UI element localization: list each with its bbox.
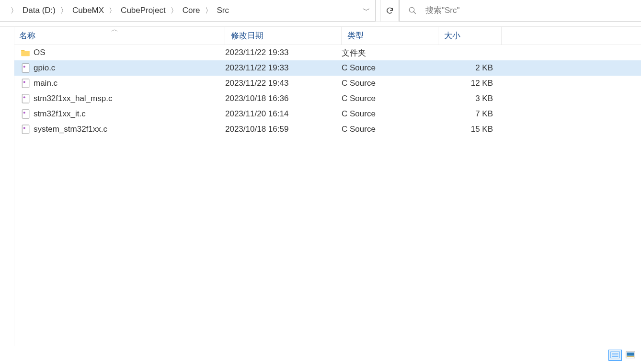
history-dropdown-button[interactable]: ﹀ xyxy=(361,6,375,16)
chevron-right-icon[interactable]: 〉 xyxy=(57,6,71,15)
file-name: stm32f1xx_it.c xyxy=(34,109,225,119)
file-date: 2023/10/18 16:59 xyxy=(225,125,342,134)
file-type: C Source xyxy=(342,79,438,88)
svg-rect-5 xyxy=(22,79,29,88)
breadcrumb-segment[interactable]: Core xyxy=(182,5,201,16)
file-name: OS xyxy=(34,48,225,57)
file-date: 2023/11/22 19:43 xyxy=(225,79,342,88)
file-name: gpio.c xyxy=(34,63,225,73)
svg-point-8 xyxy=(23,96,25,98)
file-size: 2 KB xyxy=(438,63,496,73)
file-type: C Source xyxy=(342,125,438,134)
file-rows: OS2023/11/22 19:33文件夹gpio.c2023/11/22 19… xyxy=(14,45,641,137)
search-icon xyxy=(408,6,417,15)
svg-rect-9 xyxy=(22,110,29,118)
svg-point-12 xyxy=(23,127,25,129)
column-header-type[interactable]: 类型 xyxy=(342,27,438,45)
details-view-button[interactable] xyxy=(608,350,622,361)
file-type: C Source xyxy=(342,63,438,73)
file-size: 7 KB xyxy=(438,109,496,119)
c-source-file-icon xyxy=(21,79,30,88)
file-type: C Source xyxy=(342,109,438,119)
file-date: 2023/11/20 16:14 xyxy=(225,109,342,119)
c-source-file-icon xyxy=(21,109,30,119)
address-bar[interactable]: 〉 Data (D:) 〉 CubeMX 〉 CubeProject 〉 Cor… xyxy=(0,0,376,22)
file-name: main.c xyxy=(34,79,225,88)
breadcrumb-segment[interactable]: Data (D:) xyxy=(22,5,57,16)
file-date: 2023/11/22 19:33 xyxy=(225,48,342,57)
chevron-right-icon[interactable]: 〉 xyxy=(167,6,182,15)
svg-rect-19 xyxy=(627,356,634,358)
column-header-size[interactable]: 大小 xyxy=(438,27,502,45)
file-row[interactable]: stm32f1xx_hal_msp.c2023/10/18 16:36C Sou… xyxy=(14,91,641,106)
status-bar xyxy=(0,346,641,364)
file-row[interactable]: gpio.c2023/11/22 19:33C Source2 KB xyxy=(14,60,641,76)
c-source-file-icon xyxy=(21,125,30,134)
chevron-right-icon[interactable]: 〉 xyxy=(105,6,120,15)
refresh-icon xyxy=(386,7,394,15)
breadcrumb-segment[interactable]: Src xyxy=(216,5,230,16)
folder-icon xyxy=(21,49,30,57)
file-row[interactable]: system_stm32f1xx.c2023/10/18 16:59C Sour… xyxy=(14,122,641,137)
file-row[interactable]: stm32f1xx_it.c2023/11/20 16:14C Source7 … xyxy=(14,106,641,122)
svg-rect-7 xyxy=(22,94,29,103)
sort-indicator-icon: ︿ xyxy=(111,25,118,34)
chevron-right-icon[interactable]: 〉 xyxy=(201,6,216,15)
large-icons-view-icon xyxy=(626,351,635,359)
svg-line-1 xyxy=(413,11,416,14)
left-gutter xyxy=(0,27,14,346)
search-input[interactable] xyxy=(425,6,641,15)
chevron-right-icon[interactable]: 〉 xyxy=(7,6,22,15)
svg-rect-18 xyxy=(627,353,634,356)
search-bar[interactable] xyxy=(399,0,641,22)
column-header-name[interactable]: 名称 ︿ xyxy=(14,27,225,45)
file-type: C Source xyxy=(342,94,438,103)
svg-rect-2 xyxy=(21,51,30,56)
file-row[interactable]: main.c2023/11/22 19:43C Source12 KB xyxy=(14,76,641,91)
details-view-icon xyxy=(610,351,620,359)
column-header-date[interactable]: 修改日期 xyxy=(225,27,342,45)
file-date: 2023/10/18 16:36 xyxy=(225,94,342,103)
svg-rect-11 xyxy=(22,125,29,134)
content-area: 名称 ︿ 修改日期 类型 大小 OS2023/11/22 19:33文件夹gpi… xyxy=(0,26,641,346)
c-source-file-icon xyxy=(21,94,30,103)
file-type: 文件夹 xyxy=(342,47,438,58)
svg-point-0 xyxy=(409,7,414,12)
svg-rect-3 xyxy=(22,64,29,72)
svg-point-6 xyxy=(23,81,25,83)
file-date: 2023/11/22 19:33 xyxy=(225,63,342,73)
file-row[interactable]: OS2023/11/22 19:33文件夹 xyxy=(14,45,641,60)
file-name: stm32f1xx_hal_msp.c xyxy=(34,94,225,103)
file-size: 3 KB xyxy=(438,94,496,103)
file-name: system_stm32f1xx.c xyxy=(34,125,225,134)
file-size: 15 KB xyxy=(438,125,496,134)
column-header-name-label: 名称 xyxy=(19,30,35,41)
file-size: 12 KB xyxy=(438,79,496,88)
svg-point-10 xyxy=(23,112,25,114)
c-source-file-icon xyxy=(21,63,30,73)
refresh-button[interactable] xyxy=(380,0,399,22)
svg-point-4 xyxy=(23,66,25,68)
column-header-row: 名称 ︿ 修改日期 类型 大小 xyxy=(14,27,641,45)
large-icons-view-button[interactable] xyxy=(624,350,637,361)
breadcrumb-segment[interactable]: CubeMX xyxy=(71,5,105,16)
file-list: 名称 ︿ 修改日期 类型 大小 OS2023/11/22 19:33文件夹gpi… xyxy=(14,27,641,346)
top-bar: 〉 Data (D:) 〉 CubeMX 〉 CubeProject 〉 Cor… xyxy=(0,0,641,22)
breadcrumb-segment[interactable]: CubeProject xyxy=(120,5,167,16)
